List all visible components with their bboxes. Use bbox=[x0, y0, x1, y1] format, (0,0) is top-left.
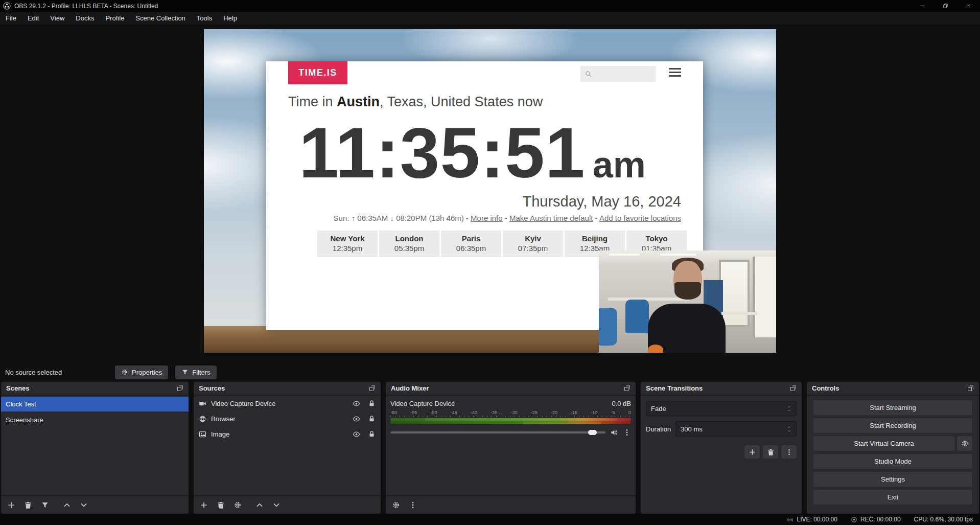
minimize-icon bbox=[920, 3, 925, 9]
move-scene-up-button[interactable] bbox=[63, 501, 71, 509]
scenes-toolbar bbox=[1, 495, 189, 514]
popout-icon[interactable] bbox=[624, 385, 631, 392]
move-source-down-button[interactable] bbox=[272, 501, 281, 509]
scene-transitions-dock: Scene Transitions Fade Duration 300 ms bbox=[641, 382, 802, 514]
mixer-channel-menu-icon[interactable] bbox=[623, 428, 631, 437]
gear-icon bbox=[121, 369, 128, 376]
scene-transitions-header: Scene Transitions bbox=[641, 382, 802, 396]
globe-icon bbox=[199, 415, 206, 423]
advanced-audio-gear-icon[interactable] bbox=[392, 501, 400, 509]
menu-profile[interactable]: Profile bbox=[100, 12, 130, 25]
add-source-button[interactable] bbox=[200, 501, 208, 509]
exit-button[interactable]: Exit bbox=[813, 490, 972, 505]
settings-button[interactable]: Settings bbox=[813, 472, 972, 487]
maximize-button[interactable] bbox=[934, 0, 957, 12]
camera-icon bbox=[199, 400, 206, 407]
program-canvas[interactable]: TIME.IS Time in Austin, Texas, United St… bbox=[204, 29, 776, 353]
sources-toolbar bbox=[194, 495, 381, 514]
image-icon bbox=[199, 430, 206, 438]
scene-item-clock-test[interactable]: Clock Test bbox=[1, 397, 189, 412]
visibility-eye-icon[interactable] bbox=[353, 430, 360, 438]
close-icon bbox=[966, 3, 971, 9]
visibility-eye-icon[interactable] bbox=[353, 415, 360, 423]
duration-spinner[interactable]: 300 ms bbox=[675, 421, 797, 437]
chevron-up-down-icon bbox=[787, 405, 791, 413]
restore-icon bbox=[943, 3, 948, 9]
scenes-header: Scenes bbox=[1, 382, 189, 396]
transition-menu-button[interactable] bbox=[781, 445, 797, 459]
popout-icon[interactable] bbox=[790, 385, 797, 392]
minimize-button[interactable] bbox=[911, 0, 934, 12]
hamburger-menu-icon bbox=[669, 68, 681, 79]
popout-icon[interactable] bbox=[369, 385, 376, 392]
menu-file[interactable]: File bbox=[0, 12, 22, 25]
mixer-level-db: 0.0 dB bbox=[612, 400, 631, 407]
audio-mixer-dock: Audio Mixer Video Capture Device 0.0 dB … bbox=[386, 382, 636, 514]
menu-edit[interactable]: Edit bbox=[22, 12, 44, 25]
properties-button[interactable]: Properties bbox=[115, 366, 168, 379]
scene-filters-button[interactable] bbox=[41, 501, 49, 509]
menu-docks[interactable]: Docks bbox=[70, 12, 100, 25]
volume-slider[interactable] bbox=[390, 431, 605, 433]
menu-tools[interactable]: Tools bbox=[191, 12, 218, 25]
volume-meter-right bbox=[390, 421, 631, 424]
cpu-fps-stats: CPU: 0.6%, 30.00 fps bbox=[914, 516, 973, 523]
person-beard bbox=[674, 282, 701, 300]
scene-item-screenshare[interactable]: Screenshare bbox=[1, 413, 189, 427]
timeis-time: 11:35:51 bbox=[299, 106, 586, 199]
remove-transition-button[interactable] bbox=[763, 445, 778, 459]
menu-help[interactable]: Help bbox=[218, 12, 243, 25]
add-transition-button[interactable] bbox=[744, 445, 760, 459]
visibility-eye-icon[interactable] bbox=[353, 400, 360, 407]
timeis-sun-line: Sun: ↑ 06:35AM ↓ 08:20PM (13h 46m) - Mor… bbox=[334, 214, 681, 222]
speaker-icon[interactable] bbox=[610, 428, 618, 437]
live-signal-icon bbox=[787, 516, 794, 523]
remove-scene-button[interactable] bbox=[24, 501, 32, 509]
lock-icon[interactable] bbox=[368, 400, 376, 407]
world-clock-kyiv: Kyiv07:35pm bbox=[503, 231, 563, 257]
timeis-meridiem: am bbox=[593, 144, 646, 186]
start-recording-button[interactable]: Start Recording bbox=[813, 418, 972, 433]
source-item-image[interactable]: Image bbox=[194, 426, 381, 442]
sources-header: Sources bbox=[194, 382, 381, 396]
close-button[interactable] bbox=[957, 0, 980, 12]
audio-mixer-header: Audio Mixer bbox=[386, 382, 636, 396]
source-item-browser[interactable]: Browser bbox=[194, 411, 381, 426]
popout-icon[interactable] bbox=[177, 385, 183, 392]
gear-icon bbox=[961, 440, 969, 447]
move-scene-down-button[interactable] bbox=[80, 501, 88, 509]
volume-slider-handle[interactable] bbox=[588, 430, 597, 435]
filters-button[interactable]: Filters bbox=[175, 366, 216, 379]
add-scene-button[interactable] bbox=[7, 501, 15, 509]
popout-icon[interactable] bbox=[967, 385, 974, 392]
studio-mode-button[interactable]: Studio Mode bbox=[813, 454, 972, 469]
timeis-search-box bbox=[580, 66, 656, 82]
controls-body: Start Streaming Start Recording Start Vi… bbox=[807, 396, 979, 514]
virtual-camera-config-button[interactable] bbox=[957, 436, 972, 451]
timeis-date: Thursday, May 16, 2024 bbox=[522, 193, 681, 210]
live-timer: LIVE: 00:00:00 bbox=[797, 516, 837, 523]
mixer-menu-icon[interactable] bbox=[409, 501, 417, 509]
title-bar: OBS 29.1.2 - Profile: LLHLS BETA - Scene… bbox=[0, 0, 980, 12]
source-item-video-capture[interactable]: Video Capture Device bbox=[194, 396, 381, 411]
source-properties-button[interactable] bbox=[234, 501, 242, 509]
scenes-dock: Scenes Clock Test Screenshare bbox=[1, 382, 189, 514]
move-source-up-button[interactable] bbox=[255, 501, 264, 509]
record-icon bbox=[851, 516, 857, 523]
world-clock-newyork: New York12:35pm bbox=[317, 231, 378, 257]
volume-meter-left bbox=[390, 418, 631, 421]
kebab-icon bbox=[785, 448, 793, 456]
menu-view[interactable]: View bbox=[44, 12, 70, 25]
search-icon bbox=[585, 70, 592, 78]
start-streaming-button[interactable]: Start Streaming bbox=[813, 400, 972, 415]
lock-icon[interactable] bbox=[368, 415, 376, 423]
transition-select[interactable]: Fade bbox=[646, 401, 797, 416]
menu-scene-collection[interactable]: Scene Collection bbox=[130, 12, 191, 25]
remove-source-button[interactable] bbox=[217, 501, 225, 509]
plus-icon bbox=[749, 448, 756, 456]
world-clock-london: London05:35pm bbox=[379, 231, 439, 257]
controls-dock: Controls Start Streaming Start Recording… bbox=[807, 382, 979, 514]
lock-icon[interactable] bbox=[368, 430, 376, 438]
office-window bbox=[753, 257, 776, 337]
start-virtual-camera-button[interactable]: Start Virtual Camera bbox=[813, 436, 954, 451]
